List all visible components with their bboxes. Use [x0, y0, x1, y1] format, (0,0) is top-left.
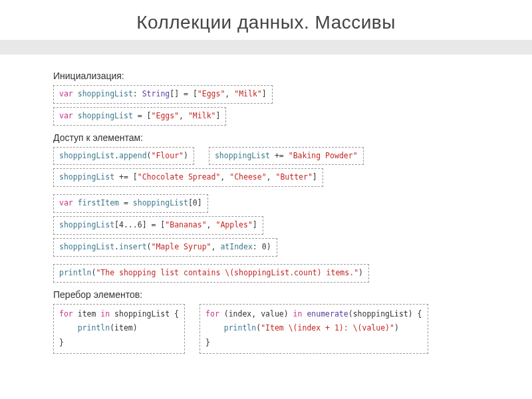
slide-title: Коллекции данных. Массивы — [0, 0, 532, 40]
code-range-replace: shoppingList[4...6] = ["Bananas", "Apple… — [53, 216, 263, 235]
code-pluseq-string: shoppingList += "Baking Powder" — [209, 147, 364, 166]
divider-band — [0, 40, 532, 55]
code-println: println("The shopping list contains \(sh… — [53, 264, 369, 283]
code-pluseq-array: shoppingList += ["Chocolate Spread", "Ch… — [53, 168, 323, 187]
code-append: shoppingList.append("Flour") — [53, 147, 194, 166]
code-init-inferred: var shoppingList = ["Eggs", "Milk"] — [53, 107, 226, 126]
code-forin-loop: for item in shoppingList { println(item)… — [53, 304, 185, 354]
section-iterate-label: Перебор элементов: — [53, 289, 479, 300]
code-enumerate-loop: for (index, value) in enumerate(shopping… — [200, 304, 428, 354]
section-init-label: Инициализация: — [53, 70, 479, 81]
code-firstitem: var firstItem = shoppingList[0] — [53, 194, 208, 213]
code-init-typed: var shoppingList: String[] = ["Eggs", "M… — [53, 85, 273, 104]
code-insert: shoppingList.insert("Maple Syrup", atInd… — [53, 238, 277, 257]
content-area: Инициализация: var shoppingList: String[… — [0, 55, 532, 354]
section-access-label: Доступ к элементам: — [53, 132, 479, 143]
